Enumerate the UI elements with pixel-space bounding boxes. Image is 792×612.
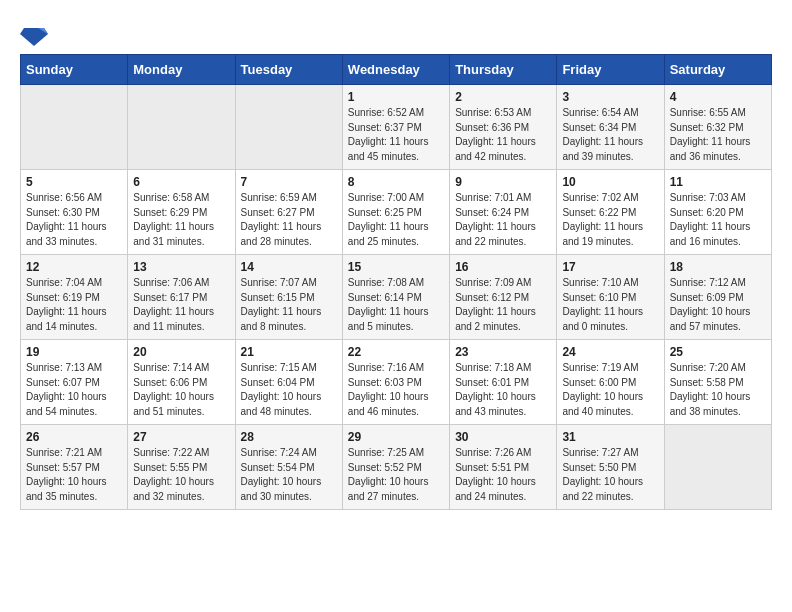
day-info: Sunrise: 7:10 AM Sunset: 6:10 PM Dayligh… (562, 276, 658, 334)
day-number: 20 (133, 345, 229, 359)
calendar-day: 21Sunrise: 7:15 AM Sunset: 6:04 PM Dayli… (235, 340, 342, 425)
calendar-day: 15Sunrise: 7:08 AM Sunset: 6:14 PM Dayli… (342, 255, 449, 340)
day-number: 14 (241, 260, 337, 274)
day-info: Sunrise: 6:54 AM Sunset: 6:34 PM Dayligh… (562, 106, 658, 164)
day-number: 17 (562, 260, 658, 274)
day-info: Sunrise: 6:59 AM Sunset: 6:27 PM Dayligh… (241, 191, 337, 249)
day-info: Sunrise: 7:00 AM Sunset: 6:25 PM Dayligh… (348, 191, 444, 249)
day-info: Sunrise: 7:18 AM Sunset: 6:01 PM Dayligh… (455, 361, 551, 419)
calendar-day: 6Sunrise: 6:58 AM Sunset: 6:29 PM Daylig… (128, 170, 235, 255)
day-number: 15 (348, 260, 444, 274)
day-info: Sunrise: 6:52 AM Sunset: 6:37 PM Dayligh… (348, 106, 444, 164)
day-info: Sunrise: 7:25 AM Sunset: 5:52 PM Dayligh… (348, 446, 444, 504)
day-info: Sunrise: 7:26 AM Sunset: 5:51 PM Dayligh… (455, 446, 551, 504)
calendar-day: 13Sunrise: 7:06 AM Sunset: 6:17 PM Dayli… (128, 255, 235, 340)
day-info: Sunrise: 7:07 AM Sunset: 6:15 PM Dayligh… (241, 276, 337, 334)
calendar-day: 16Sunrise: 7:09 AM Sunset: 6:12 PM Dayli… (450, 255, 557, 340)
calendar-day: 30Sunrise: 7:26 AM Sunset: 5:51 PM Dayli… (450, 425, 557, 510)
day-number: 26 (26, 430, 122, 444)
day-info: Sunrise: 7:08 AM Sunset: 6:14 PM Dayligh… (348, 276, 444, 334)
day-number: 21 (241, 345, 337, 359)
day-info: Sunrise: 7:19 AM Sunset: 6:00 PM Dayligh… (562, 361, 658, 419)
day-info: Sunrise: 7:04 AM Sunset: 6:19 PM Dayligh… (26, 276, 122, 334)
day-number: 11 (670, 175, 766, 189)
weekday-header-monday: Monday (128, 55, 235, 85)
calendar-day: 1Sunrise: 6:52 AM Sunset: 6:37 PM Daylig… (342, 85, 449, 170)
day-number: 16 (455, 260, 551, 274)
calendar-day (664, 425, 771, 510)
day-info: Sunrise: 7:15 AM Sunset: 6:04 PM Dayligh… (241, 361, 337, 419)
calendar-day: 2Sunrise: 6:53 AM Sunset: 6:36 PM Daylig… (450, 85, 557, 170)
day-info: Sunrise: 6:53 AM Sunset: 6:36 PM Dayligh… (455, 106, 551, 164)
day-info: Sunrise: 7:24 AM Sunset: 5:54 PM Dayligh… (241, 446, 337, 504)
day-info: Sunrise: 7:22 AM Sunset: 5:55 PM Dayligh… (133, 446, 229, 504)
calendar-day: 19Sunrise: 7:13 AM Sunset: 6:07 PM Dayli… (21, 340, 128, 425)
day-number: 18 (670, 260, 766, 274)
calendar-day: 22Sunrise: 7:16 AM Sunset: 6:03 PM Dayli… (342, 340, 449, 425)
calendar-week-1: 1Sunrise: 6:52 AM Sunset: 6:37 PM Daylig… (21, 85, 772, 170)
day-info: Sunrise: 7:27 AM Sunset: 5:50 PM Dayligh… (562, 446, 658, 504)
calendar-week-3: 12Sunrise: 7:04 AM Sunset: 6:19 PM Dayli… (21, 255, 772, 340)
day-info: Sunrise: 7:12 AM Sunset: 6:09 PM Dayligh… (670, 276, 766, 334)
weekday-header-sunday: Sunday (21, 55, 128, 85)
day-number: 13 (133, 260, 229, 274)
calendar-week-5: 26Sunrise: 7:21 AM Sunset: 5:57 PM Dayli… (21, 425, 772, 510)
day-number: 5 (26, 175, 122, 189)
logo-icon (20, 20, 48, 48)
day-number: 28 (241, 430, 337, 444)
calendar-day: 20Sunrise: 7:14 AM Sunset: 6:06 PM Dayli… (128, 340, 235, 425)
day-number: 24 (562, 345, 658, 359)
weekday-header-row: SundayMondayTuesdayWednesdayThursdayFrid… (21, 55, 772, 85)
day-number: 3 (562, 90, 658, 104)
day-info: Sunrise: 7:06 AM Sunset: 6:17 PM Dayligh… (133, 276, 229, 334)
day-info: Sunrise: 7:14 AM Sunset: 6:06 PM Dayligh… (133, 361, 229, 419)
page-header (20, 20, 772, 44)
day-number: 8 (348, 175, 444, 189)
day-number: 25 (670, 345, 766, 359)
day-number: 9 (455, 175, 551, 189)
day-info: Sunrise: 7:03 AM Sunset: 6:20 PM Dayligh… (670, 191, 766, 249)
day-info: Sunrise: 6:55 AM Sunset: 6:32 PM Dayligh… (670, 106, 766, 164)
calendar-table: SundayMondayTuesdayWednesdayThursdayFrid… (20, 54, 772, 510)
calendar-day: 31Sunrise: 7:27 AM Sunset: 5:50 PM Dayli… (557, 425, 664, 510)
weekday-header-friday: Friday (557, 55, 664, 85)
calendar-day (128, 85, 235, 170)
day-number: 10 (562, 175, 658, 189)
day-number: 6 (133, 175, 229, 189)
day-number: 22 (348, 345, 444, 359)
calendar-body: 1Sunrise: 6:52 AM Sunset: 6:37 PM Daylig… (21, 85, 772, 510)
day-info: Sunrise: 6:58 AM Sunset: 6:29 PM Dayligh… (133, 191, 229, 249)
calendar-day (21, 85, 128, 170)
calendar-day: 14Sunrise: 7:07 AM Sunset: 6:15 PM Dayli… (235, 255, 342, 340)
day-info: Sunrise: 6:56 AM Sunset: 6:30 PM Dayligh… (26, 191, 122, 249)
day-info: Sunrise: 7:01 AM Sunset: 6:24 PM Dayligh… (455, 191, 551, 249)
calendar-day: 24Sunrise: 7:19 AM Sunset: 6:00 PM Dayli… (557, 340, 664, 425)
day-info: Sunrise: 7:21 AM Sunset: 5:57 PM Dayligh… (26, 446, 122, 504)
logo-text (20, 20, 48, 44)
day-number: 1 (348, 90, 444, 104)
calendar-day: 8Sunrise: 7:00 AM Sunset: 6:25 PM Daylig… (342, 170, 449, 255)
calendar-day: 11Sunrise: 7:03 AM Sunset: 6:20 PM Dayli… (664, 170, 771, 255)
day-number: 12 (26, 260, 122, 274)
day-number: 4 (670, 90, 766, 104)
calendar-day: 25Sunrise: 7:20 AM Sunset: 5:58 PM Dayli… (664, 340, 771, 425)
day-number: 19 (26, 345, 122, 359)
calendar-day: 7Sunrise: 6:59 AM Sunset: 6:27 PM Daylig… (235, 170, 342, 255)
day-info: Sunrise: 7:13 AM Sunset: 6:07 PM Dayligh… (26, 361, 122, 419)
calendar-day: 3Sunrise: 6:54 AM Sunset: 6:34 PM Daylig… (557, 85, 664, 170)
weekday-header-tuesday: Tuesday (235, 55, 342, 85)
weekday-header-saturday: Saturday (664, 55, 771, 85)
day-info: Sunrise: 7:16 AM Sunset: 6:03 PM Dayligh… (348, 361, 444, 419)
day-info: Sunrise: 7:02 AM Sunset: 6:22 PM Dayligh… (562, 191, 658, 249)
calendar-day: 12Sunrise: 7:04 AM Sunset: 6:19 PM Dayli… (21, 255, 128, 340)
day-number: 2 (455, 90, 551, 104)
day-number: 7 (241, 175, 337, 189)
calendar-day: 10Sunrise: 7:02 AM Sunset: 6:22 PM Dayli… (557, 170, 664, 255)
day-number: 23 (455, 345, 551, 359)
calendar-day: 5Sunrise: 6:56 AM Sunset: 6:30 PM Daylig… (21, 170, 128, 255)
calendar-day: 28Sunrise: 7:24 AM Sunset: 5:54 PM Dayli… (235, 425, 342, 510)
day-info: Sunrise: 7:20 AM Sunset: 5:58 PM Dayligh… (670, 361, 766, 419)
calendar-day: 29Sunrise: 7:25 AM Sunset: 5:52 PM Dayli… (342, 425, 449, 510)
day-number: 29 (348, 430, 444, 444)
day-number: 30 (455, 430, 551, 444)
